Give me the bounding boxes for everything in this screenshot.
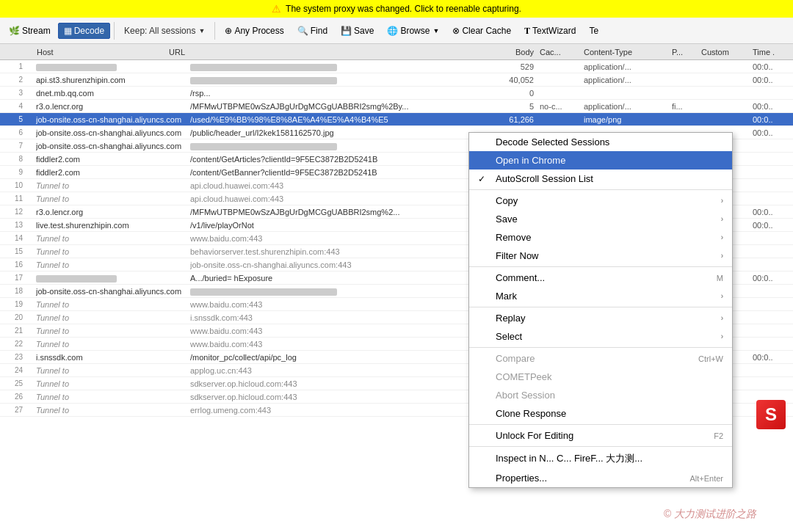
row-num: 26 [0,393,26,401]
row-host: job-onsite.oss-cn-shanghai.aliyuncs.com [36,287,190,296]
extra-tab-button[interactable]: Te [583,23,604,39]
keep-button[interactable]: Keep: All sessions ▼ [118,23,211,39]
ctx-separator-after-filter-now [469,266,732,267]
row-num: 18 [0,287,26,295]
row-url [190,286,488,295]
text-wizard-button[interactable]: 𝐓 TextWizard [518,23,582,39]
row-ct: application/... [584,62,672,71]
row-url: sdkserver.op.hicloud.com:443 [190,379,488,388]
ctx-shortcut-unlock-editing: F2 [714,431,723,440]
row-url [190,141,488,150]
any-process-button[interactable]: ⊕ Any Process [219,23,289,39]
row-time: 00:0.. [753,102,793,111]
ctx-separator-after-clone-response [469,424,732,425]
row-url: /content/GetBanner?clientId=9F5EC3872B2D… [190,168,488,177]
table-row[interactable]: 5 job-onsite.oss-cn-shanghai.aliyuncs.co… [0,113,793,126]
table-row[interactable]: 2 api.st3.shurenzhipin.com 40,052 applic… [0,73,793,87]
find-button[interactable]: 🔍 Find [292,23,333,39]
ctx-item-unlock-editing[interactable]: Unlock For Editing F2 [469,426,732,445]
column-headers: Host URL Body Cac... Content-Type P... C… [0,44,793,60]
ctx-item-save[interactable]: Save › [469,210,732,228]
row-time: 00:0.. [753,115,793,124]
ctx-item-copy[interactable]: Copy › [469,192,732,210]
browse-dropdown-arrow: ▼ [432,27,439,34]
row-host: job-onsite.oss-cn-shanghai.aliyuncs.com [36,115,190,124]
ctx-arrow-mark: › [721,292,723,300]
decode-icon: ▦ [64,26,72,36]
row-url: /content/GetArticles?clientId=9F5EC3872B… [190,155,488,164]
row-host: dnet.mb.qq.com [36,89,190,98]
ctx-label-select: Select [496,331,522,342]
row-url: api.cloud.huawei.com:443 [190,194,488,203]
row-host: Tunnel to [36,247,190,256]
col-body-header: Body [488,48,540,57]
ctx-item-filter-now[interactable]: Filter Now › [469,247,732,265]
row-body: 61,266 [488,115,540,124]
row-time: 00:0.. [753,62,793,71]
row-time: 00:0.. [753,76,793,84]
ctx-item-mark[interactable]: Mark › [469,287,732,305]
sep1 [114,22,115,40]
row-host: job-onsite.oss-cn-shanghai.aliyuncs.com [36,142,190,150]
row-num: 2 [0,76,26,84]
table-row[interactable]: 1 529 application/... 00:0.. [0,60,793,73]
warning-text: The system proxy was changed. Click to r… [286,4,521,14]
row-url: /monitor_pc/collect/api/pc_log [190,353,488,362]
col-url-header: URL [169,48,488,57]
row-body: 0 [488,89,540,98]
row-host: api.st3.shurenzhipin.com [36,76,190,84]
row-url: job-onsite.oss-cn-shanghai.aliyuncs.com:… [190,260,488,269]
ctx-label-filter-now: Filter Now [496,250,539,261]
ctx-label-open-in-chrome: Open in Chrome [496,155,565,166]
stream-button[interactable]: 🌿 Stream [3,23,57,39]
row-time: 00:0.. [753,274,793,283]
table-row[interactable]: 3 dnet.mb.qq.com /rsp... 0 [0,87,793,100]
ctx-item-open-in-chrome[interactable]: Open in Chrome [469,151,732,170]
row-url: /MFMwUTBPME0wSzAJBgUrDgMCGgUABBRI2smg%2.… [190,208,488,216]
row-num: 22 [0,340,26,348]
col-cac-header: Cac... [540,48,584,57]
ctx-item-comment[interactable]: Comment... M [469,269,732,287]
ctx-item-remove[interactable]: Remove › [469,228,732,247]
ctx-label-save: Save [496,214,518,225]
ctx-item-replay[interactable]: Replay › [469,309,732,327]
row-num: 14 [0,234,26,242]
row-host: Tunnel to [36,181,190,190]
row-host: live.test.shurenzhipin.com [36,221,190,230]
ctx-label-compare: Compare [496,353,535,364]
ctx-label-clone-response: Clone Response [496,408,566,419]
row-num: 6 [0,128,26,136]
warning-bar[interactable]: ⚠ The system proxy was changed. Click to… [0,0,793,18]
clear-cache-button[interactable]: ⊗ Clear Cache [446,23,517,39]
row-host: Tunnel to [36,313,190,322]
context-menu: Decode Selected Sessions Open in Chrome … [468,132,733,488]
row-url: www.baidu.com:443 [190,340,488,349]
ctx-item-inspect-netmonitor[interactable]: Inspect in N... C... FireF... 大力测... [469,448,732,469]
table-row[interactable]: 4 r3.o.lencr.org /MFMwUTBPME0wSzAJBgUrDg… [0,100,793,113]
ctx-label-mark: Mark [496,291,517,302]
ctx-item-decode-selected[interactable]: Decode Selected Sessions [469,133,732,151]
row-host [36,62,190,70]
decode-button[interactable]: ▦ Decode [58,23,110,39]
stream-icon: 🌿 [9,26,20,36]
row-body: 5 [488,102,540,111]
row-num: 19 [0,300,26,308]
ctx-shortcut-compare: Ctrl+W [698,354,723,363]
row-host: job-onsite.oss-cn-shanghai.aliyuncs.com [36,128,190,137]
browse-button[interactable]: 🌐 Browse ▼ [381,23,445,39]
ctx-item-cometpeek: COMETPeek [469,368,732,386]
row-num: 24 [0,366,26,374]
row-host: Tunnel to [36,194,190,203]
ctx-item-clone-response[interactable]: Clone Response [469,404,732,423]
ctx-item-autoscroll[interactable]: ✓ AutoScroll Session List [469,170,732,188]
row-ct: application/... [584,76,672,84]
row-num: 9 [0,168,26,176]
row-ct: image/png [584,115,672,124]
row-url: www.baidu.com:443 [190,300,488,309]
ctx-item-select[interactable]: Select › [469,327,732,346]
row-num: 15 [0,247,26,255]
ctx-item-properties[interactable]: Properties... Alt+Enter [469,469,732,487]
row-host: fiddler2.com [36,155,190,164]
row-url: www.baidu.com:443 [190,327,488,335]
save-button[interactable]: 💾 Save [335,23,380,39]
